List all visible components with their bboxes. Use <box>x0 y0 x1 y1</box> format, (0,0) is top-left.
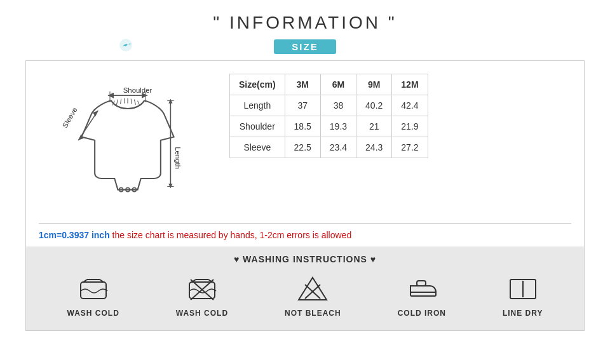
note-row: 1cm=0.3937 inch the size chart is measur… <box>39 223 571 246</box>
note-red-text: the size chart is measured by hands, 1-2… <box>110 230 352 240</box>
wash-item-3: COLD IRON <box>398 274 446 318</box>
size-table: Size(cm) 3M 6M 9M 12M Length373840.242.4… <box>229 74 428 158</box>
svg-marker-31 <box>299 278 327 300</box>
wash-item-label-2: NOT BLEACH <box>285 309 341 318</box>
wash-cold-no-icon <box>186 274 219 304</box>
wash-item-label-3: COLD IRON <box>398 309 446 318</box>
table-row: Length373840.242.4 <box>230 95 428 116</box>
svg-line-9 <box>138 101 140 105</box>
svg-text:Shoulder: Shoulder <box>123 86 152 94</box>
size-table-wrapper: Size(cm) 3M 6M 9M 12M Length373840.242.4… <box>229 74 571 158</box>
bird-icon <box>119 38 133 55</box>
garment-diagram: Shoulder Length Sleeve <box>39 74 217 213</box>
col-header-9m: 9M <box>356 74 392 95</box>
col-header-12m: 12M <box>392 74 428 95</box>
cold-iron-icon <box>405 274 438 304</box>
washing-title: ♥ WASHING INSTRUCTIONS ♥ <box>39 254 571 264</box>
washing-section: ♥ WASHING INSTRUCTIONS ♥ WASH COLD <box>26 246 584 330</box>
wash-item-label-0: WASH COLD <box>67 309 119 318</box>
cell-r1-c4: 21.9 <box>392 116 428 137</box>
wash-item-4: LINE DRY <box>503 274 543 318</box>
table-header-row: Size(cm) 3M 6M 9M 12M <box>230 74 428 95</box>
cell-r0-c3: 40.2 <box>356 95 392 116</box>
svg-rect-35 <box>417 281 426 286</box>
cell-r2-c1: 22.5 <box>285 137 320 158</box>
cell-r0-c4: 42.4 <box>392 95 428 116</box>
not-bleach-icon <box>296 274 329 304</box>
svg-text:Sleeve: Sleeve <box>61 106 79 129</box>
cell-r1-c1: 18.5 <box>285 116 320 137</box>
wash-item-1: WASH COLD <box>176 274 228 318</box>
col-header-3m: 3M <box>285 74 320 95</box>
wash-item-label-1: WASH COLD <box>176 309 228 318</box>
svg-line-4 <box>121 98 121 104</box>
cell-r2-c4: 27.2 <box>392 137 428 158</box>
svg-line-3 <box>116 100 118 105</box>
main-box: Shoulder Length Sleeve <box>25 60 585 331</box>
wash-cold-icon <box>77 274 110 304</box>
size-badge-wrapper: SIZE <box>274 39 336 54</box>
top-section: Shoulder Length Sleeve <box>39 74 571 213</box>
svg-text:Length: Length <box>174 147 182 169</box>
table-row: Shoulder18.519.32121.9 <box>230 116 428 137</box>
wash-item-label-4: LINE DRY <box>503 309 543 318</box>
washing-icons: WASH COLD WASH COLD <box>39 274 571 318</box>
wash-item-0: WASH COLD <box>67 274 119 318</box>
cell-r0-c2: 38 <box>320 95 356 116</box>
cell-r1-c0: Shoulder <box>230 116 285 137</box>
cell-r0-c1: 37 <box>285 95 320 116</box>
cell-r1-c2: 19.3 <box>320 116 356 137</box>
cell-r1-c3: 21 <box>356 116 392 137</box>
cell-r0-c0: Length <box>230 95 285 116</box>
cell-r2-c0: Sleeve <box>230 137 285 158</box>
cell-r2-c3: 24.3 <box>356 137 392 158</box>
note-blue-text: 1cm=0.3937 inch <box>39 230 110 240</box>
line-dry-icon <box>506 274 539 304</box>
cell-r2-c2: 23.4 <box>320 137 356 158</box>
svg-line-7 <box>131 98 132 104</box>
svg-rect-34 <box>410 292 436 296</box>
svg-line-8 <box>134 100 135 105</box>
page-header: " INFORMATION " <box>19 13 591 33</box>
table-row: Sleeve22.523.424.327.2 <box>230 137 428 158</box>
col-header-6m: 6M <box>320 74 356 95</box>
svg-marker-20 <box>168 98 172 103</box>
size-badge: SIZE <box>274 39 336 54</box>
svg-rect-27 <box>81 282 106 299</box>
page-title: " INFORMATION " <box>213 13 396 32</box>
col-header-size: Size(cm) <box>230 74 285 95</box>
wash-item-2: NOT BLEACH <box>285 274 341 318</box>
svg-point-1 <box>127 44 128 45</box>
